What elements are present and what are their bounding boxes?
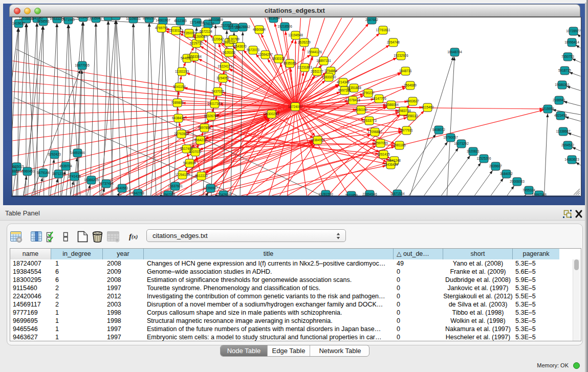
svg-text:3154051: 3154051: [216, 76, 229, 80]
svg-text:3564217: 3564217: [194, 138, 207, 142]
svg-text:13594297: 13594297: [258, 53, 273, 56]
svg-text:10326765: 10326765: [204, 114, 219, 118]
svg-text:13586084: 13586084: [384, 103, 399, 106]
svg-text:7374122: 7374122: [202, 22, 214, 26]
svg-text:4860684: 4860684: [253, 28, 266, 31]
svg-text:1419610: 1419610: [12, 21, 25, 25]
svg-text:20665015: 20665015: [12, 165, 24, 168]
svg-text:2087682: 2087682: [365, 18, 378, 21]
svg-text:9463627: 9463627: [406, 99, 419, 103]
svg-text:19790057: 19790057: [443, 136, 458, 139]
svg-text:7550190: 7550190: [355, 108, 367, 112]
svg-text:20006083: 20006083: [510, 180, 525, 183]
svg-text:2564689: 2564689: [404, 83, 417, 87]
svg-text:4612365: 4612365: [174, 19, 187, 23]
svg-text:15960453: 15960453: [20, 169, 35, 173]
svg-text:20737414: 20737414: [99, 182, 114, 185]
svg-text:17096887: 17096887: [367, 130, 382, 134]
svg-text:18877065: 18877065: [75, 63, 90, 67]
svg-text:3790237: 3790237: [362, 91, 375, 95]
svg-text:7350753: 7350753: [561, 55, 574, 58]
svg-text:18436429: 18436429: [383, 163, 398, 166]
svg-text:21269037: 21269037: [192, 35, 207, 38]
svg-text:19224173: 19224173: [217, 64, 232, 68]
svg-text:11161193: 11161193: [175, 70, 188, 73]
svg-text:8930103: 8930103: [272, 57, 285, 60]
svg-text:5977931: 5977931: [400, 128, 413, 132]
svg-text:6007072: 6007072: [189, 150, 202, 154]
svg-text:18147706: 18147706: [372, 97, 386, 100]
svg-text:2651177: 2651177: [311, 70, 323, 73]
svg-text:3871230: 3871230: [52, 172, 65, 176]
svg-text:11833230: 11833230: [321, 75, 336, 79]
svg-text:10983738: 10983738: [396, 109, 411, 113]
svg-text:17633773: 17633773: [362, 119, 377, 122]
svg-text:7754864: 7754864: [324, 69, 337, 73]
svg-text:19886237: 19886237: [108, 17, 123, 17]
svg-text:19384554: 19384554: [310, 138, 325, 142]
svg-text:14661907: 14661907: [156, 18, 170, 22]
svg-text:12351868: 12351868: [346, 86, 361, 90]
svg-text:(x): (x): [132, 234, 138, 240]
svg-text:2694522: 2694522: [561, 143, 574, 147]
svg-text:7455324: 7455324: [522, 188, 535, 192]
svg-text:5041154: 5041154: [173, 85, 186, 89]
svg-text:11525206: 11525206: [476, 157, 491, 160]
svg-text:11338687: 11338687: [556, 129, 570, 133]
svg-text:13194548: 13194548: [288, 33, 303, 37]
svg-text:5408072: 5408072: [432, 128, 445, 132]
svg-text:1841248: 1841248: [388, 159, 401, 162]
svg-text:2571945: 2571945: [62, 18, 75, 21]
svg-text:22231863: 22231863: [297, 65, 312, 69]
svg-text:9115460: 9115460: [421, 105, 434, 109]
svg-text:14017343: 14017343: [207, 102, 222, 105]
svg-text:9897858: 9897858: [198, 126, 211, 129]
svg-text:12030113: 12030113: [168, 29, 183, 32]
svg-text:16897151: 16897151: [316, 59, 331, 62]
svg-text:16637601: 16637601: [168, 184, 183, 188]
svg-text:5672073: 5672073: [247, 48, 259, 52]
svg-text:12396987: 12396987: [203, 186, 218, 190]
svg-text:4842788: 4842788: [132, 191, 144, 195]
svg-text:12597059: 12597059: [373, 141, 388, 145]
svg-text:7358113: 7358113: [405, 114, 418, 118]
svg-text:8813054: 8813054: [267, 17, 280, 20]
svg-text:5918715: 5918715: [558, 69, 571, 72]
svg-text:14491946: 14491946: [70, 151, 85, 155]
svg-text:17761611: 17761611: [376, 28, 390, 32]
svg-text:2626229: 2626229: [298, 40, 311, 44]
svg-text:3320821: 3320821: [467, 149, 480, 153]
svg-text:19232926: 19232926: [394, 54, 408, 57]
svg-text:6292423: 6292423: [48, 152, 61, 156]
svg-text:1987737: 1987737: [223, 40, 235, 44]
svg-text:3684052: 3684052: [500, 172, 513, 176]
svg-text:2166941: 2166941: [553, 98, 565, 102]
svg-text:2130789: 2130789: [227, 37, 239, 41]
svg-text:18724007: 18724007: [288, 105, 302, 108]
svg-text:4823498: 4823498: [554, 114, 567, 117]
svg-text:13078418: 13078418: [345, 98, 360, 102]
svg-text:22792808: 22792808: [174, 132, 189, 136]
svg-text:14663623: 14663623: [564, 158, 579, 161]
svg-text:8612220: 8612220: [195, 174, 208, 178]
svg-text:2264748: 2264748: [387, 40, 400, 44]
svg-text:2458591: 2458591: [37, 19, 50, 23]
svg-text:16033809: 16033809: [208, 18, 223, 21]
svg-text:8935169: 8935169: [284, 61, 296, 65]
svg-text:18996414: 18996414: [564, 40, 579, 44]
svg-text:16073292: 16073292: [454, 142, 469, 145]
svg-text:2437026: 2437026: [211, 90, 224, 93]
svg-text:17294150: 17294150: [175, 173, 190, 177]
svg-text:12728882: 12728882: [12, 169, 19, 173]
svg-text:10728977: 10728977: [566, 29, 581, 33]
svg-text:3741438: 3741438: [68, 174, 81, 178]
svg-text:2839607: 2839607: [489, 164, 502, 168]
svg-text:6543670: 6543670: [234, 45, 247, 48]
svg-text:7089806: 7089806: [171, 101, 184, 104]
svg-text:4539704: 4539704: [59, 164, 72, 168]
svg-text:4214348: 4214348: [337, 80, 350, 84]
svg-text:5418934: 5418934: [183, 161, 196, 165]
svg-text:6440561: 6440561: [116, 186, 128, 190]
svg-text:6672134: 6672134: [200, 30, 212, 33]
svg-text:4903402: 4903402: [77, 17, 90, 19]
